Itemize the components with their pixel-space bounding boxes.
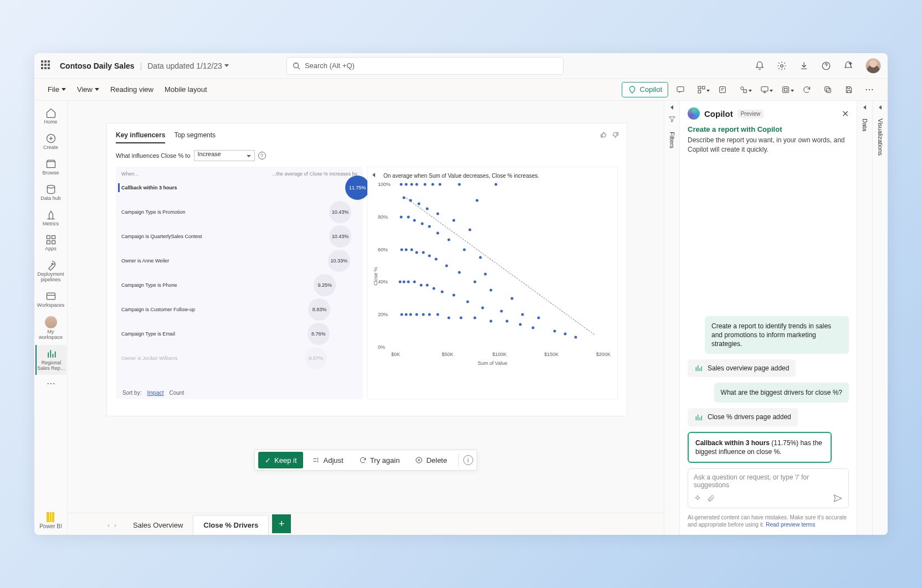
tab-key-influencers[interactable]: Key influencers: [116, 131, 165, 143]
influencer-row[interactable]: Campaign Type is Promotion10.43%: [121, 207, 357, 218]
nav-browse[interactable]: Browse: [35, 155, 66, 179]
scatter-point: [458, 271, 460, 274]
present-icon[interactable]: [756, 82, 774, 97]
nav-workspaces[interactable]: Workspaces: [35, 287, 66, 312]
preview-terms-link[interactable]: Read preview terms: [766, 522, 815, 528]
scatter-point: [474, 317, 477, 319]
tab-top-segments[interactable]: Top segments: [174, 131, 216, 143]
help-icon[interactable]: [821, 61, 831, 71]
copilot-system-msg: Sales overview page added: [688, 359, 796, 377]
scatter-point: [437, 212, 439, 215]
thumbs-down-icon[interactable]: [612, 131, 619, 138]
menu-reading-view[interactable]: Reading view: [106, 83, 158, 96]
close-icon[interactable]: ✕: [842, 109, 849, 119]
bookmark-icon[interactable]: [777, 82, 795, 97]
key-influencers-visual[interactable]: Key influencers Top segments What influe…: [106, 123, 627, 416]
nav-datahub[interactable]: Data hub: [35, 180, 66, 205]
influencer-row[interactable]: Campaign is Customer Follow-up8.83%: [121, 304, 357, 315]
more-icon[interactable]: ⋯: [861, 82, 879, 97]
search-input[interactable]: Search (Alt +Q): [286, 57, 564, 75]
sort-impact[interactable]: Impact: [147, 390, 163, 396]
help-tooltip-icon[interactable]: ?: [258, 152, 266, 159]
adjust-button[interactable]: Adjust: [306, 452, 350, 468]
x-tick: $50K: [442, 352, 453, 357]
influencer-row[interactable]: Campaign is QuarterlySales Contest10.43%: [121, 231, 357, 242]
scatter-point: [437, 313, 439, 316]
menu-file[interactable]: File: [43, 83, 70, 96]
download-icon[interactable]: [799, 61, 809, 71]
save-icon[interactable]: [840, 82, 858, 97]
delete-button[interactable]: Delete: [408, 452, 454, 468]
shapes-icon[interactable]: [735, 82, 752, 97]
page-tabs: ‹› Sales Overview Close % Drivers +: [68, 513, 664, 535]
info-icon[interactable]: i: [463, 455, 473, 465]
try-again-button[interactable]: Try again: [352, 452, 407, 468]
refresh-icon[interactable]: [798, 82, 816, 97]
expand-data-icon[interactable]: [863, 105, 866, 110]
scatter-point: [405, 183, 408, 186]
filters-rail[interactable]: Filters: [664, 101, 679, 535]
scatter-point: [413, 219, 416, 221]
back-icon[interactable]: [372, 173, 375, 177]
menu-view[interactable]: View: [73, 83, 104, 96]
influencer-row[interactable]: Campaign Type is Email8.76%: [121, 328, 357, 339]
svg-point-0: [294, 63, 299, 68]
scatter-point: [422, 313, 424, 316]
copilot-user-msg: What are the biggest drivers for close %…: [714, 383, 849, 403]
send-icon[interactable]: [833, 493, 843, 503]
copilot-button[interactable]: Copilot: [622, 82, 668, 97]
copy-icon[interactable]: [819, 82, 837, 97]
data-rail[interactable]: Data: [857, 101, 872, 535]
nav-regional-sales[interactable]: Regional Sales Rep…: [35, 345, 66, 375]
influencer-row[interactable]: Owner is Jordan Williams8.57%: [121, 353, 357, 364]
left-nav: Home Create Browse Data hub Metrics Apps…: [34, 101, 68, 535]
prev-page-icon[interactable]: ‹: [107, 522, 110, 529]
sparkle-icon[interactable]: [694, 494, 701, 502]
influencer-row[interactable]: Campaign Type is Phone9.25%: [121, 280, 357, 291]
gear-icon[interactable]: [777, 61, 787, 71]
app-launcher-icon[interactable]: [41, 60, 52, 71]
y-tick: 20%: [378, 312, 388, 317]
chat-icon[interactable]: [672, 82, 689, 97]
svg-rect-19: [52, 236, 55, 239]
text-box-icon[interactable]: [714, 82, 731, 97]
visualizations-rail[interactable]: Visualizations: [872, 101, 888, 535]
svg-line-1: [298, 67, 300, 69]
expand-filters-icon[interactable]: [670, 105, 673, 110]
influencer-row[interactable]: Owner is Anne Weiler10.33%: [121, 255, 357, 266]
sparkle-bell-icon[interactable]: [843, 61, 853, 71]
nav-metrics[interactable]: Metrics: [35, 206, 66, 230]
nav-home[interactable]: Home: [35, 104, 66, 128]
influencer-row[interactable]: Callback within 3 hours11.75%: [121, 182, 357, 193]
data-updated[interactable]: Data updated 1/12/23: [147, 61, 229, 70]
nav-create[interactable]: Create: [35, 130, 66, 154]
keep-button[interactable]: ✓ Keep it: [258, 452, 303, 468]
expand-viz-icon[interactable]: [879, 105, 882, 110]
influence-select[interactable]: Increase: [194, 150, 255, 161]
attach-icon[interactable]: [707, 494, 715, 502]
menu-mobile-layout[interactable]: Mobile layout: [160, 83, 212, 96]
preview-badge: Preview: [737, 110, 764, 118]
sort-count[interactable]: Count: [169, 390, 184, 396]
powerbi-icon: [47, 512, 54, 522]
nav-deployment[interactable]: Deployment pipelines: [35, 256, 66, 286]
add-page-button[interactable]: +: [272, 514, 291, 533]
svg-rect-4: [677, 86, 684, 91]
tab-sales-overview[interactable]: Sales Overview: [123, 515, 193, 535]
scatter-point: [413, 281, 416, 283]
copilot-title: Copilot: [704, 109, 733, 118]
scatter-point: [409, 313, 412, 316]
nav-more[interactable]: ⋯: [47, 378, 55, 389]
tab-close-drivers[interactable]: Close % Drivers: [193, 515, 269, 535]
copilot-input[interactable]: Ask a question or request, or type '/' f…: [688, 468, 849, 508]
bell-icon[interactable]: [755, 61, 765, 71]
visual-icon[interactable]: [693, 82, 710, 97]
scatter-point: [468, 229, 471, 231]
nav-my-workspace[interactable]: My workspace: [35, 313, 66, 344]
nav-apps[interactable]: Apps: [35, 231, 66, 255]
scatter-point: [574, 336, 577, 339]
next-page-icon[interactable]: ›: [114, 522, 116, 529]
thumbs-up-icon[interactable]: [600, 131, 607, 138]
svg-rect-13: [784, 88, 787, 91]
user-avatar[interactable]: [865, 58, 881, 74]
